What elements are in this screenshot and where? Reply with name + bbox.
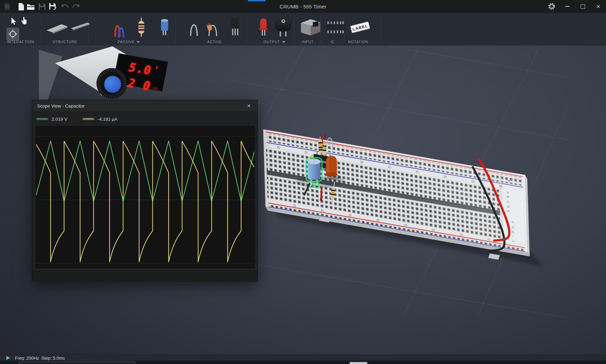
interact-tool-selected[interactable] xyxy=(6,28,19,40)
buzzer-component-icon[interactable] xyxy=(274,16,293,39)
voltage-value: 2.019 V xyxy=(52,117,67,122)
transistor-component-icon[interactable] xyxy=(229,16,241,39)
toolbar-divider xyxy=(294,16,294,43)
scope-window-header[interactable]: Scope View - Capacitor × xyxy=(32,100,257,112)
maximize-button[interactable] xyxy=(575,0,590,13)
taskbar-search-box[interactable] xyxy=(19,361,136,364)
section-label-output: OUTPUT xyxy=(264,40,286,44)
current-trace xyxy=(36,141,254,262)
diode-component-icon[interactable] xyxy=(206,17,219,39)
close-icon: × xyxy=(596,3,600,10)
passive-dropdown-arrow[interactable] xyxy=(137,41,140,43)
psu-knob-cap[interactable] xyxy=(104,76,121,93)
legend-item-current: -4.181 µA xyxy=(83,117,118,122)
led-orange[interactable] xyxy=(325,156,338,177)
minimize-button[interactable] xyxy=(559,0,575,13)
crumb-app-window: CRUMB - 555 Timer × INTERACTION xyxy=(0,0,606,364)
titlebar-settings-button[interactable] xyxy=(544,0,559,13)
maximize-icon xyxy=(581,4,585,9)
output-dropdown-arrow[interactable] xyxy=(282,41,285,43)
scope-window-title: Scope View - Capacitor xyxy=(32,103,85,109)
capacitor-component-icon[interactable] xyxy=(160,17,169,39)
scope-plot xyxy=(36,126,255,268)
current-swatch xyxy=(83,119,94,120)
label-notation-icon[interactable]: LABEL xyxy=(349,20,371,36)
section-label-notation: NOTATION xyxy=(348,40,368,44)
section-label-passive: PASSIVE xyxy=(118,40,140,44)
breadboard[interactable]: 2025303540455055602530354045505560ABCDEF… xyxy=(263,129,544,266)
led-component-icon[interactable] xyxy=(258,16,269,39)
resistor-component-icon[interactable] xyxy=(136,17,146,39)
scope-close-button[interactable]: × xyxy=(244,100,254,112)
section-label-input: INPUT xyxy=(301,40,314,44)
target-icon xyxy=(8,30,17,38)
power-supply[interactable]: 5.0 V 2 0 mA xyxy=(55,47,168,99)
section-label-interaction: INTERACTION xyxy=(7,40,34,44)
breadboard-strip-icon[interactable] xyxy=(45,21,69,36)
taskbar-sliver xyxy=(0,361,606,364)
toolbar-divider xyxy=(41,16,41,43)
toolbar-divider xyxy=(246,16,247,43)
cursor-tool-icon[interactable] xyxy=(9,17,18,28)
section-label-active: ACTIVE xyxy=(207,40,222,44)
play-icon[interactable] xyxy=(6,356,10,360)
taskbar-app-indicator[interactable] xyxy=(350,362,367,364)
psu-current-unit: mA xyxy=(152,86,158,91)
minimize-icon xyxy=(565,6,570,7)
simulation-status-text: Freq: 200Hz Step: 5.0ms xyxy=(15,356,65,361)
current-value: -4.181 µA xyxy=(98,117,118,122)
scope-legend: 2.019 V -4.181 µA xyxy=(32,112,257,126)
close-button[interactable]: × xyxy=(590,0,606,13)
toolbar-divider xyxy=(175,16,176,43)
power-supply-icon[interactable] xyxy=(299,17,322,38)
rod-icon[interactable] xyxy=(70,20,91,34)
voltage-swatch xyxy=(36,119,48,120)
toolbar-divider xyxy=(381,16,381,43)
statusbar: Freq: 200Hz Step: 5.0ms xyxy=(0,355,606,361)
ic-chip-icon[interactable] xyxy=(324,18,347,37)
wire-component-icon[interactable] xyxy=(113,17,127,39)
legend-item-voltage: 2.019 V xyxy=(36,117,67,122)
section-label-ic: IC xyxy=(330,40,335,44)
section-label-structure: STRUCTURE xyxy=(52,40,77,44)
scope-window: Scope View - Capacitor × 2.019 V -4.181 … xyxy=(32,100,258,281)
jumper-wire-icon[interactable] xyxy=(188,17,200,39)
wire-red-stub[interactable] xyxy=(321,188,322,199)
hand-tool-icon[interactable] xyxy=(20,16,29,28)
scope-footer xyxy=(32,270,257,282)
viewport-3d[interactable]: 5.0 V 2 0 mA xyxy=(0,46,606,355)
window-title: CRUMB - 555 Timer xyxy=(0,0,606,13)
toolbar: INTERACTION STRUCTURE PASSIVE ACTI xyxy=(0,13,606,46)
titlebar[interactable]: CRUMB - 555 Timer × xyxy=(0,0,606,13)
